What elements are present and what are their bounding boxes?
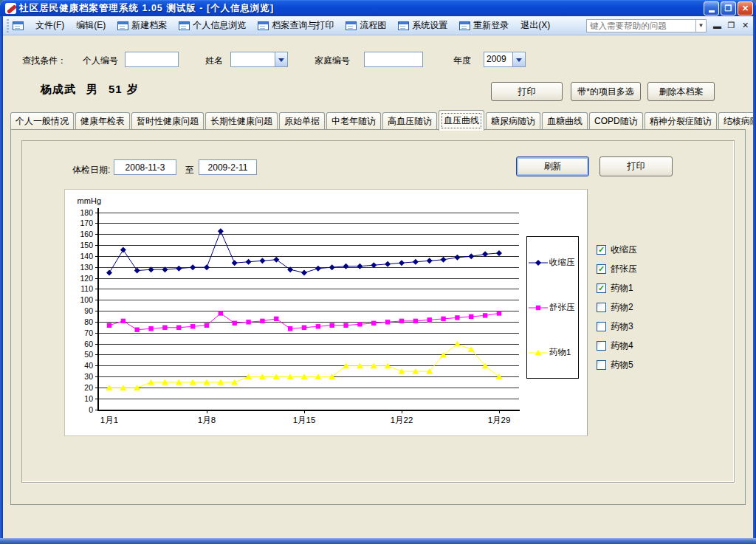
svg-text:70: 70 [84, 328, 93, 337]
tab-longterm-health-issues[interactable]: 长期性健康问题 [205, 112, 278, 130]
tab-bp-curve[interactable]: 血压曲线 [439, 110, 484, 131]
menu-item-label: 档案查询与打印 [272, 19, 334, 32]
year-combobox[interactable]: 2009 [484, 52, 526, 67]
legend-entry-收缩压: 收缩压 [529, 257, 577, 268]
date-from-input[interactable] [114, 159, 176, 175]
multiselect-starred-items-button[interactable]: 带*的项目多选 [571, 82, 641, 101]
tab-original-receipts[interactable]: 原始单据 [279, 112, 325, 130]
svg-text:mmHg: mmHg [78, 196, 101, 205]
print-chart-button[interactable]: 打印 [599, 156, 673, 176]
menu-item-exit[interactable]: 退出(X) [520, 19, 550, 32]
window-title: 社区居民健康档案管理系统 1.05 测试版 - [个人信息浏览] [19, 2, 274, 15]
svg-text:0: 0 [89, 405, 93, 414]
menu-item-label: 系统设置 [412, 19, 447, 32]
tab-personal-general[interactable]: 个人一般情况 [10, 112, 74, 130]
series-checkbox-label: 药物2 [611, 301, 633, 314]
series-checkbox-med3[interactable]: 药物3 [597, 317, 637, 336]
menu-item-label: 退出(X) [520, 19, 550, 32]
menu-item-file[interactable]: 文件(F) [35, 19, 64, 32]
patient-name: 杨成武 [41, 83, 76, 95]
family-id-input[interactable] [364, 52, 423, 67]
name-label: 姓名 [205, 55, 223, 67]
series-checkbox-systolic[interactable]: ✓收缩压 [597, 240, 637, 259]
svg-text:130: 130 [80, 263, 93, 272]
checkup-date-label: 体检日期: [72, 164, 110, 176]
series-checkbox-med1[interactable]: ✓药物1 [597, 278, 637, 297]
print-button[interactable]: 打印 [491, 82, 563, 101]
form-icon [179, 21, 190, 30]
bp-curve-groupbox: 体检日期: 至 刷新 打印 01020304050607080901001101… [21, 140, 735, 483]
date-to-input[interactable] [199, 159, 257, 175]
titlebar: 社区居民健康档案管理系统 1.05 测试版 - [个人信息浏览] ❐ ✕ [0, 0, 756, 16]
svg-text:160: 160 [80, 230, 93, 238]
svg-text:10: 10 [84, 394, 93, 403]
tab-schizophrenia-followup[interactable]: 精神分裂症随访 [645, 112, 717, 130]
menu-item-flowchart[interactable]: 流程图 [346, 19, 386, 32]
year-combobox-arrow-icon[interactable] [512, 52, 525, 66]
menu-item-home[interactable] [13, 21, 24, 30]
tab-tb-followup[interactable]: 结核病随访 [718, 112, 756, 130]
help-dropdown-arrow-icon[interactable]: ▼ [695, 19, 707, 32]
name-combobox[interactable] [230, 52, 288, 67]
name-combobox-arrow-icon[interactable] [275, 52, 287, 66]
legend-entry-药物1: 药物1 [529, 347, 577, 358]
checkbox-unchecked-icon[interactable] [597, 341, 606, 351]
restore-button[interactable]: ❐ [721, 1, 736, 16]
patient-gender: 男 [86, 83, 98, 95]
svg-text:60: 60 [84, 340, 93, 348]
series-收缩压 [106, 228, 502, 275]
checkbox-unchecked-icon[interactable] [597, 360, 606, 370]
form-icon [117, 21, 128, 30]
minimize-button[interactable] [704, 1, 719, 16]
mdi-minimize-button[interactable]: ▬ [712, 21, 722, 30]
refresh-button[interactable]: 刷新 [516, 156, 589, 176]
tab-glucose-curve[interactable]: 血糖曲线 [542, 112, 588, 130]
close-button[interactable]: ✕ [738, 1, 753, 16]
svg-text:1月8: 1月8 [198, 416, 216, 424]
tab-temporary-health-issues[interactable]: 暂时性健康问题 [131, 112, 204, 130]
family-id-label: 家庭编号 [315, 55, 350, 67]
checkbox-checked-icon[interactable]: ✓ [597, 283, 606, 293]
mdi-close-button[interactable]: ✕ [740, 21, 750, 30]
svg-text:170: 170 [80, 218, 93, 227]
series-checkbox-med2[interactable]: 药物2 [597, 297, 637, 317]
toolbar-grip-handle[interactable] [7, 19, 9, 32]
menu-item-archive-query-print[interactable]: 档案查询与打印 [258, 19, 334, 32]
svg-text:100: 100 [80, 295, 93, 304]
series-checkbox-med5[interactable]: 药物5 [597, 355, 637, 374]
delete-archive-button[interactable]: 删除本档案 [647, 82, 715, 101]
svg-text:1月22: 1月22 [391, 416, 413, 424]
tab-copd-followup[interactable]: COPD随访 [589, 112, 643, 130]
window-border-bottom [0, 538, 756, 544]
tab-diabetes-followup[interactable]: 糖尿病随访 [486, 112, 540, 130]
patient-age: 51 [109, 83, 123, 95]
series-checkbox-diastolic[interactable]: ✓舒张压 [597, 259, 637, 278]
tab-hypertension-followup[interactable]: 高血压随访 [382, 112, 437, 130]
checkbox-checked-icon[interactable]: ✓ [597, 245, 606, 255]
menu-item-personal-info-browse[interactable]: 个人信息浏览 [179, 19, 246, 32]
form-icon [13, 21, 24, 30]
menu-item-new-archive[interactable]: 新建档案 [117, 19, 167, 32]
patient-summary: 杨成武男51岁 [41, 83, 149, 97]
checkbox-checked-icon[interactable]: ✓ [597, 264, 606, 274]
menu-item-relogin[interactable]: 重新登录 [459, 19, 509, 32]
menu-item-edit[interactable]: 编辑(E) [76, 19, 106, 32]
checkbox-unchecked-icon[interactable] [597, 303, 606, 312]
tab-annual-checkup[interactable]: 健康年检表 [75, 112, 130, 130]
mdi-window-controls: ▬ ❐ ✕ [712, 21, 750, 30]
svg-text:80: 80 [84, 317, 93, 326]
personal-id-input[interactable] [125, 52, 179, 67]
year-combobox-value: 2009 [484, 52, 512, 66]
menu-item-system-settings[interactable]: 系统设置 [398, 19, 447, 32]
help-search-input[interactable] [586, 19, 695, 32]
checkbox-unchecked-icon[interactable] [597, 322, 606, 331]
tab-middle-aged-followup[interactable]: 中老年随访 [326, 112, 381, 130]
legend-label: 药物1 [549, 347, 571, 358]
personal-id-label: 个人编号 [83, 55, 118, 67]
form-icon [346, 21, 357, 30]
series-checkbox-med4[interactable]: 药物4 [597, 336, 637, 355]
menu-item-label: 新建档案 [131, 19, 167, 32]
mdi-restore-button[interactable]: ❐ [726, 21, 736, 30]
menu-item-label: 流程图 [360, 19, 386, 32]
menubar: 文件(F)编辑(E)新建档案个人信息浏览档案查询与打印流程图系统设置重新登录退出… [3, 16, 753, 35]
